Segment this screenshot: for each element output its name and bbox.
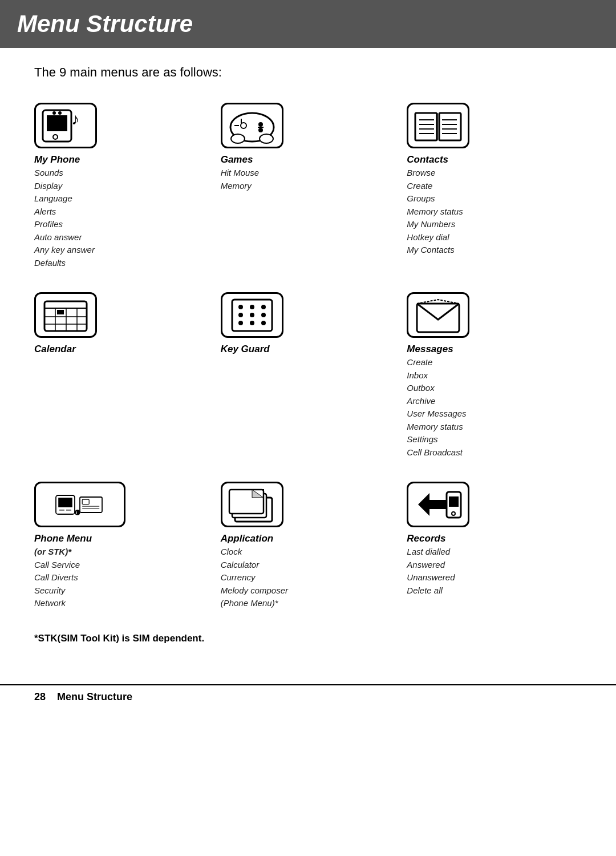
subtitle: The 9 main menus are as follows: — [34, 65, 582, 80]
svg-point-7 — [241, 123, 246, 128]
menu-item-calendar: Calendar — [34, 292, 209, 459]
my-phone-title: My Phone — [34, 154, 80, 165]
svg-point-13 — [231, 134, 245, 143]
svg-rect-26 — [44, 301, 87, 331]
page-footer: 28 Menu Structure — [0, 684, 616, 709]
phone-menu-title: Phone Menu — [34, 533, 92, 544]
svg-rect-61 — [449, 496, 459, 507]
page-header: Menu Structure — [0, 0, 616, 48]
menu-item-phone-menu: i Phone Menu (or STK)* Call ServiceCall … — [34, 482, 209, 610]
svg-point-8 — [258, 122, 263, 127]
footer-note: *STK(SIM Tool Kit) is SIM dependent. — [34, 633, 582, 644]
svg-point-62 — [452, 512, 455, 515]
svg-point-14 — [260, 134, 273, 143]
menu-grid: ♪ My Phone SoundsDisplayLanguageAlertsPr… — [34, 103, 582, 610]
svg-rect-33 — [57, 310, 64, 314]
menu-item-my-phone: ♪ My Phone SoundsDisplayLanguageAlertsPr… — [34, 103, 209, 269]
records-title: Records — [407, 533, 445, 544]
svg-point-35 — [238, 305, 243, 309]
page-title: Menu Structure — [17, 10, 599, 38]
svg-point-2 — [53, 135, 58, 139]
page-content: The 9 main menus are as follows: ♪ My Ph… — [0, 48, 616, 684]
games-items: Hit MouseMemory — [221, 167, 260, 192]
calendar-title: Calendar — [34, 344, 76, 355]
contacts-icon — [407, 103, 469, 148]
games-title: Games — [221, 154, 253, 165]
messages-title: Messages — [407, 344, 453, 355]
application-items: ClockCalculatorCurrencyMelody composer(P… — [221, 546, 288, 610]
phone-menu-subtitle: (or STK)* — [34, 546, 71, 559]
records-icon — [407, 482, 469, 527]
games-icon — [221, 103, 283, 148]
phone-menu-icon: i — [34, 482, 125, 527]
svg-point-38 — [238, 313, 243, 317]
messages-icon — [407, 292, 469, 338]
menu-item-key-guard: Key Guard — [221, 292, 396, 459]
my-phone-items: SoundsDisplayLanguageAlertsProfilesAuto … — [34, 167, 95, 269]
svg-rect-15 — [415, 113, 437, 140]
page-number: 28 — [34, 691, 46, 703]
svg-rect-50 — [82, 499, 89, 504]
phone-menu-items: Call ServiceCall DivertsSecurityNetwork — [34, 559, 80, 610]
contacts-title: Contacts — [407, 154, 448, 165]
application-title: Application — [221, 533, 274, 544]
svg-point-41 — [238, 321, 243, 325]
svg-point-36 — [250, 305, 254, 309]
application-icon — [221, 482, 283, 527]
svg-rect-1 — [47, 115, 67, 131]
menu-item-messages: Messages CreateInboxOutboxArchiveUser Me… — [407, 292, 582, 459]
calendar-icon — [34, 292, 97, 338]
svg-rect-57 — [229, 490, 264, 514]
svg-point-53 — [75, 510, 80, 515]
svg-point-40 — [261, 313, 266, 317]
svg-marker-59 — [418, 493, 447, 516]
svg-rect-46 — [58, 498, 72, 507]
menu-item-contacts: Contacts BrowseCreateGroupsMemory status… — [407, 103, 582, 269]
svg-point-5 — [58, 111, 62, 115]
key-guard-title: Key Guard — [221, 344, 270, 355]
svg-point-9 — [258, 128, 263, 132]
svg-text:♪: ♪ — [71, 110, 79, 128]
menu-item-records: Records Last dialledAnsweredUnansweredDe… — [407, 482, 582, 610]
svg-point-39 — [250, 313, 254, 317]
menu-item-application: Application ClockCalculatorCurrencyMelod… — [221, 482, 396, 610]
menu-item-games: Games Hit MouseMemory — [221, 103, 396, 269]
page-footer-label: Menu Structure — [57, 691, 132, 703]
key-guard-icon — [221, 292, 283, 338]
contacts-items: BrowseCreateGroupsMemory statusMy Number… — [407, 167, 463, 257]
svg-point-43 — [261, 321, 266, 325]
svg-rect-16 — [439, 113, 461, 140]
records-items: Last dialledAnsweredUnansweredDelete all — [407, 546, 455, 597]
svg-point-4 — [52, 111, 56, 115]
my-phone-icon: ♪ — [34, 103, 97, 148]
messages-items: CreateInboxOutboxArchiveUser MessagesMem… — [407, 356, 466, 459]
svg-point-37 — [261, 305, 266, 309]
svg-text:i: i — [76, 510, 77, 515]
svg-point-42 — [250, 321, 254, 325]
